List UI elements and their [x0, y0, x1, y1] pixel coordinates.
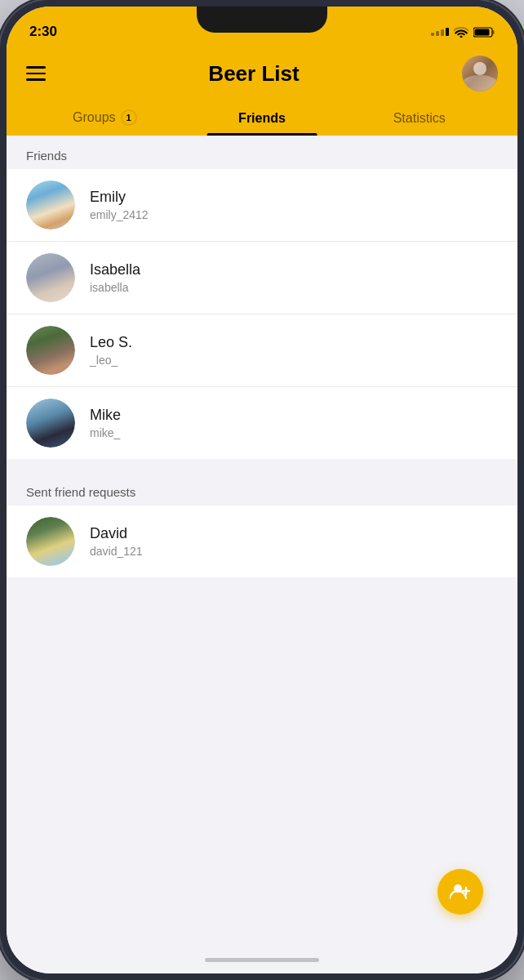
add-friend-button[interactable] [437, 869, 483, 915]
emily-name: Emily [90, 189, 498, 206]
emily-avatar [26, 180, 75, 229]
svg-rect-1 [493, 30, 495, 34]
list-item[interactable]: David david_121 [7, 506, 517, 577]
status-bar: 2:30 [7, 7, 517, 47]
main-content: Friends Emily emily_2412 [7, 136, 517, 946]
wifi-icon [454, 26, 468, 38]
requests-section-header: Sent friend requests [7, 472, 517, 506]
friends-list: Emily emily_2412 Isabella isabella [7, 169, 517, 459]
david-info: David david_121 [90, 525, 498, 558]
list-item[interactable]: Emily emily_2412 [7, 169, 517, 242]
david-username: david_121 [90, 545, 498, 558]
leo-info: Leo S. _leo_ [90, 334, 498, 367]
emily-info: Emily emily_2412 [90, 189, 498, 221]
phone-frame: 2:30 [0, 0, 524, 980]
david-name: David [90, 525, 498, 542]
tab-groups-label: Groups [73, 110, 115, 125]
header-row: Beer List [26, 56, 498, 91]
add-person-icon [450, 883, 471, 901]
requests-list: David david_121 [7, 506, 517, 577]
home-indicator [7, 946, 517, 973]
david-avatar [26, 517, 75, 566]
list-item[interactable]: Leo S. _leo_ [7, 314, 517, 387]
status-time: 2:30 [29, 24, 57, 40]
mike-avatar [26, 399, 75, 448]
mike-info: Mike mike_ [90, 407, 498, 439]
groups-badge: 1 [121, 109, 137, 126]
tab-friends-label: Friends [238, 111, 286, 126]
notch [197, 7, 327, 33]
app-title: Beer List [208, 61, 299, 87]
isabella-username: isabella [90, 281, 498, 294]
signal-icon [431, 28, 449, 36]
leo-username: _leo_ [90, 354, 498, 367]
tab-statistics-label: Statistics [393, 111, 446, 126]
tabs-bar: Groups 1 Friends Statistics [26, 103, 498, 136]
friends-section-header: Friends [7, 136, 517, 169]
hamburger-button[interactable] [26, 66, 46, 81]
tab-groups[interactable]: Groups 1 [26, 103, 184, 136]
phone-screen: 2:30 [7, 7, 517, 973]
isabella-info: Isabella isabella [90, 261, 498, 294]
list-item[interactable]: Isabella isabella [7, 242, 517, 314]
header: Beer List Groups 1 Friends Statistics [7, 47, 517, 136]
leo-avatar [26, 326, 75, 375]
mike-username: mike_ [90, 426, 498, 439]
list-item[interactable]: Mike mike_ [7, 387, 517, 459]
tab-statistics[interactable]: Statistics [340, 105, 498, 136]
battery-icon [473, 27, 495, 38]
svg-rect-2 [475, 29, 490, 35]
tab-friends[interactable]: Friends [184, 105, 341, 136]
home-bar [205, 958, 319, 962]
section-spacer [7, 459, 517, 472]
isabella-name: Isabella [90, 261, 498, 278]
user-avatar[interactable] [462, 56, 498, 91]
isabella-avatar [26, 253, 75, 302]
mike-name: Mike [90, 407, 498, 424]
emily-username: emily_2412 [90, 208, 498, 221]
status-icons [431, 26, 495, 38]
leo-name: Leo S. [90, 334, 498, 351]
